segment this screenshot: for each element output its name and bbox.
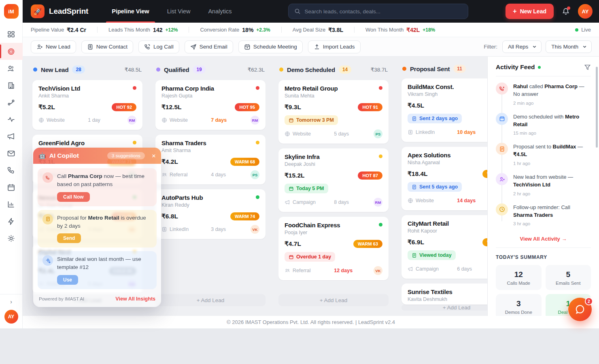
phone-icon bbox=[7, 166, 15, 175]
filter-funnel-icon[interactable] bbox=[584, 64, 591, 71]
score-badge: HOT 92 bbox=[112, 103, 136, 111]
lead-card-techvision[interactable]: TechVision Ltd Ankit Sharma ₹5.2LHOT 92 … bbox=[32, 80, 142, 130]
stage-dot bbox=[156, 68, 160, 72]
import-leads-action-button[interactable]: Import Leads bbox=[308, 40, 361, 53]
sidebar-item-activity[interactable] bbox=[0, 111, 23, 128]
building-icon bbox=[7, 81, 15, 90]
lead-card-sharmatraders[interactable]: Sharma Traders Amit Sharma ₹4.2LWARM 68 … bbox=[155, 135, 266, 184]
add-lead-button[interactable]: + Add Lead bbox=[278, 294, 389, 306]
lead-source: Website bbox=[408, 198, 457, 203]
sidebar-item-companies[interactable] bbox=[0, 77, 23, 94]
filters-group: Filter: All Reps This Month bbox=[484, 40, 592, 53]
summary-demos-done: 3Demos Done bbox=[496, 294, 542, 316]
activity-item[interactable]: New lead from website — TechVision Ltd2 … bbox=[496, 173, 591, 196]
user-plus-icon bbox=[36, 44, 43, 50]
activity-item[interactable]: Follow-up reminder: Call Sharma Traders3… bbox=[496, 203, 591, 226]
sidebar-item-calendar[interactable] bbox=[0, 179, 23, 196]
company-name: Skyline Infra bbox=[285, 153, 382, 160]
todays-summary-title: TODAY'S SUMMARY bbox=[496, 254, 591, 260]
column-title: New Lead bbox=[41, 66, 68, 73]
new-lead-button[interactable]: +New Lead bbox=[506, 4, 554, 19]
app-title: LeadSprint bbox=[49, 7, 88, 16]
live-dot bbox=[538, 66, 541, 69]
stage-dot bbox=[33, 68, 37, 72]
sidebar-item-settings[interactable] bbox=[0, 230, 23, 247]
sidebar-item-dashboard[interactable] bbox=[0, 26, 23, 43]
days-in-stage: 4 days bbox=[211, 172, 251, 178]
lead-card-autoparts[interactable]: AutoParts Hub Kiran Reddy ₹6.8LWARM 74 L… bbox=[155, 189, 266, 239]
new-lead-action-button[interactable]: New Lead bbox=[31, 40, 76, 53]
megaphone-icon bbox=[7, 132, 15, 141]
close-icon[interactable]: × bbox=[152, 152, 156, 159]
activity-item[interactable]: Rahul called Pharma Corp — No answer2 mi… bbox=[496, 83, 591, 106]
summary-calls-made: 12Calls Made bbox=[496, 265, 542, 290]
plus-icon: + bbox=[513, 8, 516, 15]
send-button[interactable]: Send bbox=[57, 233, 81, 243]
search-input[interactable] bbox=[304, 8, 462, 15]
referral-icon bbox=[285, 268, 290, 273]
column-count-badge: 28 bbox=[72, 66, 85, 74]
lead-card-metroretail[interactable]: Metro Retail Group Sunita Mehta ₹9.3LHOT… bbox=[278, 80, 389, 144]
rep-filter-select[interactable]: All Reps bbox=[502, 40, 542, 53]
send-email-action-button[interactable]: Send Email bbox=[185, 40, 233, 53]
sidebar-item-automation[interactable] bbox=[0, 213, 23, 230]
lead-card-skyline[interactable]: Skyline Infra Deepak Joshi ₹15.2LHOT 87 … bbox=[278, 148, 389, 212]
sidebar-item-campaigns[interactable] bbox=[0, 128, 23, 145]
sidebar-item-calls[interactable] bbox=[0, 162, 23, 179]
tab-list-view[interactable]: List View bbox=[158, 0, 200, 23]
sidebar-item-contacts[interactable] bbox=[0, 60, 23, 77]
panel-scrollbar[interactable] bbox=[596, 67, 598, 148]
stage-dot bbox=[402, 67, 406, 71]
lead-card-foodchain[interactable]: FoodChain Express Pooja Iyer ₹4.7LWARM 6… bbox=[278, 217, 389, 280]
contact-card-icon bbox=[87, 44, 93, 50]
period-filter-select[interactable]: This Month bbox=[546, 40, 592, 53]
activity-time: 3 hr ago bbox=[513, 221, 591, 226]
activity-item[interactable]: Demo scheduled with Metro Retail15 min a… bbox=[496, 113, 591, 136]
contact-name: Rajesh Gupta bbox=[161, 93, 259, 99]
view-all-activity-link[interactable]: View All Activity → bbox=[496, 233, 591, 248]
status-dot bbox=[256, 86, 259, 90]
new-contact-action-button[interactable]: New Contact bbox=[81, 40, 133, 53]
quick-actions-bar: New Lead New Contact Log Call Send Email… bbox=[23, 37, 599, 57]
calendar-icon bbox=[496, 113, 508, 125]
add-lead-button[interactable]: + Add Lead bbox=[155, 294, 266, 306]
lead-card-pharmacorp[interactable]: Pharma Corp India Rajesh Gupta ₹12.5LHOT… bbox=[155, 80, 266, 130]
stat-pipeline-value: Pipeline Value₹2.4 Cr bbox=[31, 27, 86, 33]
log-call-action-button[interactable]: Log Call bbox=[138, 40, 179, 53]
suggestion-proposal[interactable]: Proposal for Metro Retail is overdue by … bbox=[38, 210, 157, 248]
expand-sidebar-chevron-icon[interactable]: › bbox=[10, 298, 12, 305]
robot-icon: 🤖 bbox=[38, 152, 46, 159]
tab-analytics[interactable]: Analytics bbox=[199, 0, 240, 23]
suggestion-call[interactable]: Call Pharma Corp now — best time based o… bbox=[38, 168, 157, 206]
call-now-button[interactable]: Call Now bbox=[57, 192, 90, 202]
sidebar-item-reports[interactable] bbox=[0, 196, 23, 213]
column-total: ₹48.5L bbox=[125, 66, 142, 73]
summary-emails-sent: 5Emails Sent bbox=[546, 265, 591, 290]
activity-item[interactable]: Proposal sent to BuildMax — ₹4.5L1 hr ag… bbox=[496, 143, 591, 166]
use-template-button[interactable]: Use bbox=[57, 275, 78, 285]
sidebar-user-avatar[interactable]: AY bbox=[4, 310, 18, 324]
top-navbar: 🚀 LeadSprint Pipeline View List View Ana… bbox=[23, 0, 599, 23]
schedule-meeting-action-button[interactable]: Schedule Meeting bbox=[238, 40, 303, 53]
notifications-bell-icon[interactable] bbox=[562, 7, 570, 15]
sidebar-footer: › AY bbox=[0, 294, 23, 328]
activity-time: 2 hr ago bbox=[513, 191, 591, 196]
clock-icon bbox=[496, 203, 508, 216]
suggestion-template[interactable]: Similar deal won last month — use templa… bbox=[38, 251, 157, 289]
deal-value: ₹4.5L bbox=[408, 102, 424, 109]
calendar-icon bbox=[289, 118, 294, 123]
lead-source: Campaign bbox=[408, 266, 457, 272]
sidebar-item-pipeline[interactable] bbox=[0, 43, 23, 60]
view-all-insights-link[interactable]: View All Insights bbox=[115, 296, 155, 302]
user-avatar[interactable]: AY bbox=[578, 4, 593, 19]
sidebar-item-email[interactable] bbox=[0, 145, 23, 162]
days-in-stage: 8 days bbox=[334, 199, 374, 205]
tab-pipeline-view[interactable]: Pipeline View bbox=[103, 0, 158, 23]
chat-fab-button[interactable]: 2 bbox=[568, 298, 592, 321]
company-name: GreenField Agro bbox=[38, 140, 136, 146]
days-in-stage: 7 days bbox=[211, 117, 251, 123]
sidebar-item-deals[interactable] bbox=[0, 94, 23, 111]
activity-feed-title: Activity Feed bbox=[496, 63, 535, 71]
column-total: ₹38.7L bbox=[371, 66, 388, 73]
global-search[interactable] bbox=[288, 4, 468, 19]
